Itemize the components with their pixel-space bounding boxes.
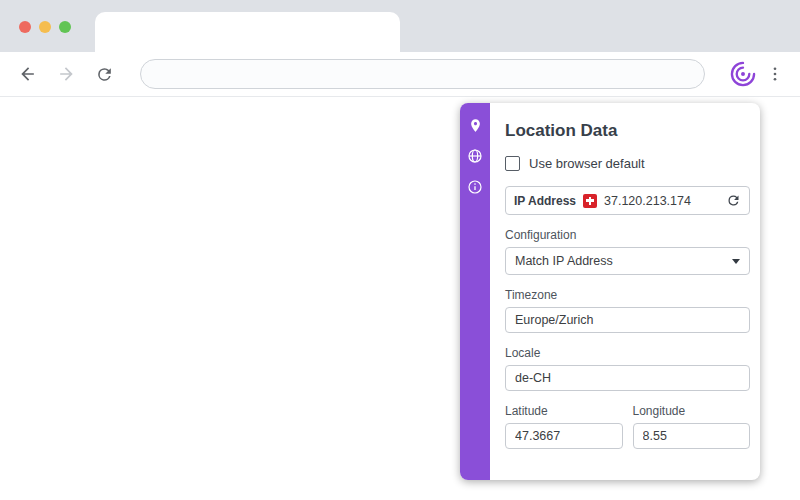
back-icon[interactable]	[18, 64, 38, 84]
use-browser-default-checkbox[interactable]	[505, 156, 520, 171]
page-title: Location Data	[505, 121, 750, 141]
ip-address-value: 37.120.213.174	[604, 194, 691, 208]
info-icon[interactable]	[466, 178, 484, 196]
ip-address-row: IP Address 37.120.213.174	[505, 186, 750, 215]
swiss-flag-icon	[583, 194, 597, 208]
latitude-label: Latitude	[505, 404, 623, 418]
latitude-input[interactable]	[505, 423, 623, 449]
ip-refresh-icon[interactable]	[726, 193, 741, 208]
browser-window: Location Data Use browser default IP Add…	[0, 0, 800, 500]
location-data-panel: Location Data Use browser default IP Add…	[460, 103, 760, 480]
kebab-menu-icon[interactable]	[766, 64, 784, 84]
maximize-window-button[interactable]	[59, 21, 71, 33]
ip-address-label: IP Address	[514, 194, 576, 208]
chevron-down-icon	[732, 259, 740, 264]
browser-tab-strip	[0, 0, 800, 52]
longitude-field: Longitude	[633, 404, 751, 449]
timezone-input[interactable]	[505, 307, 750, 333]
globe-icon[interactable]	[466, 147, 484, 165]
panel-content: Location Data Use browser default IP Add…	[490, 103, 760, 480]
use-browser-default-label: Use browser default	[529, 156, 645, 171]
configuration-selected-value: Match IP Address	[515, 254, 613, 268]
page-content: Location Data Use browser default IP Add…	[0, 97, 800, 500]
forward-icon[interactable]	[56, 64, 76, 84]
extension-logo-icon[interactable]	[729, 60, 757, 88]
locale-input[interactable]	[505, 365, 750, 391]
longitude-input[interactable]	[633, 423, 751, 449]
use-browser-default-row[interactable]: Use browser default	[505, 156, 750, 171]
longitude-label: Longitude	[633, 404, 751, 418]
configuration-label: Configuration	[505, 228, 750, 242]
address-bar[interactable]	[140, 59, 705, 89]
locale-label: Locale	[505, 346, 750, 360]
minimize-window-button[interactable]	[39, 21, 51, 33]
latitude-field: Latitude	[505, 404, 623, 449]
lat-long-row: Latitude Longitude	[505, 404, 750, 449]
configuration-select[interactable]: Match IP Address	[505, 247, 750, 275]
browser-tab[interactable]	[95, 12, 400, 52]
panel-sidebar	[460, 103, 490, 480]
timezone-label: Timezone	[505, 288, 750, 302]
reload-icon[interactable]	[94, 64, 114, 84]
location-pin-icon[interactable]	[466, 116, 484, 134]
close-window-button[interactable]	[19, 21, 31, 33]
browser-toolbar	[0, 52, 800, 97]
